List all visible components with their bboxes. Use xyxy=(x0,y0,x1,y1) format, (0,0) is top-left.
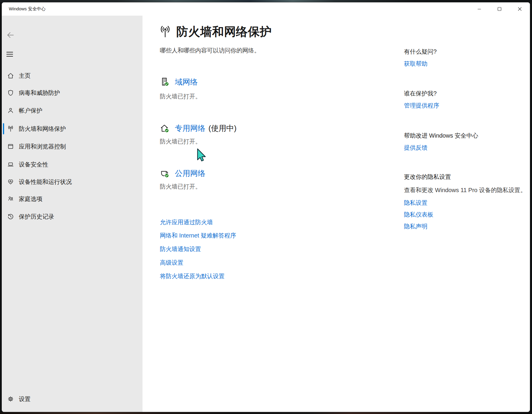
titlebar: Windows 安全中心 xyxy=(2,2,530,16)
private-network-section-title: 专用网络(使用中) xyxy=(175,123,236,133)
sidebar-item-device-performance-health[interactable]: 设备性能和运行状况 xyxy=(2,175,142,188)
sidebar-item-device-security[interactable]: 设备安全性 xyxy=(2,158,142,171)
aside-group-questions: 有什么疑问? 获取帮助 xyxy=(404,48,529,68)
sidebar-item-firewall-network-protection[interactable]: 防火墙和网络保护 xyxy=(2,122,142,135)
aside-group-who-protects: 谁在保护我? 管理提供程序 xyxy=(404,90,529,110)
sidebar-item-account-protection[interactable]: 帐户保护 xyxy=(2,104,142,117)
sidebar-item-app-browser-control[interactable]: 应用和浏览器控制 xyxy=(2,140,142,153)
privacy-statement-link[interactable]: 隐私声明 xyxy=(404,222,529,230)
sidebar-item-settings[interactable]: 设置 xyxy=(2,392,142,405)
selected-indicator xyxy=(3,123,4,134)
close-icon xyxy=(518,7,522,11)
aside-group-improve: 帮助改进 Windows 安全中心 提供反馈 xyxy=(404,132,529,152)
give-feedback-link[interactable]: 提供反馈 xyxy=(404,144,529,152)
privacy-settings-link[interactable]: 隐私设置 xyxy=(404,199,529,207)
page-subtitle: 哪些人和哪些内容可以访问你的网络。 xyxy=(160,47,260,55)
sidebar-item-label: 设备安全性 xyxy=(19,161,48,169)
privacy-dashboard-link[interactable]: 隐私仪表板 xyxy=(404,211,529,219)
aside-heading: 有什么疑问? xyxy=(404,48,529,56)
back-arrow-icon xyxy=(6,31,15,39)
private-network-active-suffix: (使用中) xyxy=(208,124,236,133)
sidebar-item-family-options[interactable]: 家庭选项 xyxy=(2,192,142,205)
sidebar-item-label: 应用和浏览器控制 xyxy=(19,143,66,151)
minimize-icon xyxy=(478,7,481,11)
sidebar-item-label: 保护历史记录 xyxy=(19,213,54,221)
close-button[interactable] xyxy=(510,2,530,16)
settings-label: 设置 xyxy=(19,395,31,403)
sidebar-item-label: 家庭选项 xyxy=(19,195,42,203)
windows-security-window: Windows 安全中心 xyxy=(2,2,530,412)
green-check-badge xyxy=(165,174,169,177)
public-network-section-title: 公用网络 xyxy=(175,168,205,178)
get-help-link[interactable]: 获取帮助 xyxy=(404,60,529,68)
sidebar-item-label: 主页 xyxy=(19,72,31,80)
allow-app-through-firewall-link[interactable]: 允许应用通过防火墙 xyxy=(160,218,213,226)
advanced-settings-link[interactable]: 高级设置 xyxy=(160,259,183,267)
page-title: 防火墙和网络保护 xyxy=(176,24,272,40)
aside-heading: 谁在保护我? xyxy=(404,90,529,98)
health-heart-icon xyxy=(7,178,14,185)
sidebar-item-label: 设备性能和运行状况 xyxy=(19,178,72,186)
shield-icon xyxy=(7,89,14,96)
device-icon xyxy=(7,161,14,168)
domain-network-status: 防火墙已打开。 xyxy=(160,93,201,100)
desktop-background-top xyxy=(0,0,532,2)
aside-heading: 更改你的隐私设置 xyxy=(404,173,529,181)
domain-network-link[interactable]: 域网络 xyxy=(175,77,198,86)
minimize-button[interactable] xyxy=(469,2,489,16)
green-check-badge xyxy=(165,128,169,132)
sidebar-item-protection-history[interactable]: 保护历史记录 xyxy=(2,210,142,223)
public-network-link[interactable]: 公用网络 xyxy=(175,169,205,178)
home-icon xyxy=(7,72,14,79)
gear-icon xyxy=(7,395,14,403)
history-clock-icon xyxy=(7,213,14,220)
firewall-network-icon xyxy=(7,125,14,132)
app-browser-icon xyxy=(7,143,14,150)
public-network-status: 防火墙已打开。 xyxy=(160,183,201,191)
network-internet-troubleshooter-link[interactable]: 网络和 Internet 疑难解答程序 xyxy=(160,232,236,240)
firewall-notification-settings-link[interactable]: 防火墙通知设置 xyxy=(160,245,201,253)
sidebar: 主页 病毒和威胁防护 帐户保护 防火墙和网络保护 xyxy=(2,16,142,412)
person-icon xyxy=(7,107,14,114)
sidebar-item-label: 防火墙和网络保护 xyxy=(19,125,66,133)
sidebar-item-label: 病毒和威胁防护 xyxy=(19,89,60,97)
window-title: Windows 安全中心 xyxy=(9,2,46,16)
family-icon xyxy=(7,195,14,202)
private-network-link[interactable]: 专用网络 xyxy=(175,124,205,133)
hamburger-icon xyxy=(6,51,13,57)
window-controls xyxy=(469,2,530,16)
firewall-network-icon xyxy=(158,25,172,39)
aside-group-privacy: 更改你的隐私设置 查看和更改 Windows 11 Pro 设备的隐私设置。 隐… xyxy=(404,173,529,230)
sidebar-item-virus-threat-protection[interactable]: 病毒和威胁防护 xyxy=(2,86,142,99)
private-network-status: 防火墙已打开。 xyxy=(160,138,201,146)
back-button[interactable] xyxy=(6,31,15,40)
restore-firewall-defaults-link[interactable]: 将防火墙还原为默认设置 xyxy=(160,272,225,280)
menu-button[interactable] xyxy=(6,51,14,58)
desktop-background-bottom xyxy=(0,412,532,414)
domain-network-building-icon xyxy=(160,77,170,87)
public-network-cup-icon xyxy=(160,168,170,178)
aside-heading: 帮助改进 Windows 安全中心 xyxy=(404,132,529,140)
maximize-icon xyxy=(498,7,501,11)
sidebar-item-label: 帐户保护 xyxy=(19,107,42,115)
maximize-button[interactable] xyxy=(489,2,510,16)
privacy-description: 查看和更改 Windows 11 Pro 设备的隐私设置。 xyxy=(404,186,529,194)
page-header: 防火墙和网络保护 xyxy=(158,24,272,40)
private-network-home-icon xyxy=(160,123,170,133)
domain-network-section-title: 域网络 xyxy=(175,77,198,87)
manage-providers-link[interactable]: 管理提供程序 xyxy=(404,102,529,110)
sidebar-item-home[interactable]: 主页 xyxy=(2,69,142,82)
green-check-badge xyxy=(165,82,169,86)
